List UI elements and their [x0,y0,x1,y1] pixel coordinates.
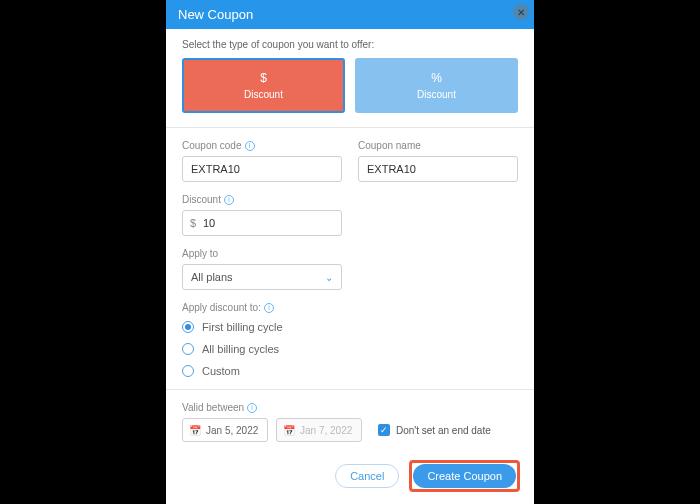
modal-body: Select the type of coupon you want to of… [166,29,534,450]
modal-footer: Cancel Create Coupon [166,450,534,504]
code-name-row: Coupon code i Coupon name [182,140,518,182]
end-date-input: 📅 Jan 7, 2022 [276,418,362,442]
dollar-discount-card[interactable]: $ Discount [182,58,345,113]
no-end-date-checkbox-wrap[interactable]: ✓ Don't set an end date [378,424,491,436]
create-button-highlight: Create Coupon [409,460,520,492]
coupon-code-label: Coupon code i [182,140,342,151]
calendar-icon: 📅 [283,425,295,436]
apply-to-select[interactable]: All plans ⌄ [182,264,342,290]
info-icon[interactable]: i [264,303,274,313]
percent-discount-card[interactable]: % Discount [355,58,518,113]
modal-header: New Coupon ✕ [166,0,534,29]
currency-prefix: $ [190,210,196,236]
close-button[interactable]: ✕ [513,4,529,20]
info-icon[interactable]: i [245,141,255,151]
checkbox-icon: ✓ [378,424,390,436]
coupon-code-input[interactable] [182,156,342,182]
percent-icon: % [431,71,442,85]
coupon-type-row: $ Discount % Discount [182,58,518,113]
percent-label: Discount [417,89,456,100]
radio-first-billing[interactable]: First billing cycle [182,321,518,333]
radio-icon [182,343,194,355]
coupon-name-input[interactable] [358,156,518,182]
info-icon[interactable]: i [247,403,257,413]
divider [166,127,534,128]
create-coupon-button[interactable]: Create Coupon [413,464,516,488]
valid-between-row: 📅 Jan 5, 2022 📅 Jan 7, 2022 ✓ Don't set … [182,418,518,442]
apply-discount-label: Apply discount to: i [182,302,518,313]
info-icon[interactable]: i [224,195,234,205]
apply-discount-radio-group: First billing cycle All billing cycles C… [182,321,518,377]
radio-custom[interactable]: Custom [182,365,518,377]
valid-between-label: Valid between i [182,402,518,413]
start-date-input[interactable]: 📅 Jan 5, 2022 [182,418,268,442]
discount-input[interactable] [182,210,342,236]
radio-icon [182,321,194,333]
modal-title: New Coupon [178,7,253,22]
dollar-icon: $ [260,71,267,85]
cancel-button[interactable]: Cancel [335,464,399,488]
select-type-label: Select the type of coupon you want to of… [182,39,518,50]
new-coupon-modal: New Coupon ✕ Select the type of coupon y… [166,0,534,504]
radio-all-billing[interactable]: All billing cycles [182,343,518,355]
chevron-down-icon: ⌄ [325,272,333,283]
radio-icon [182,365,194,377]
calendar-icon: 📅 [189,425,201,436]
apply-to-label: Apply to [182,248,518,259]
close-icon: ✕ [517,7,525,18]
coupon-name-label: Coupon name [358,140,518,151]
discount-label: Discount i [182,194,518,205]
divider [166,389,534,390]
dollar-label: Discount [244,89,283,100]
apply-to-value: All plans [191,271,233,283]
